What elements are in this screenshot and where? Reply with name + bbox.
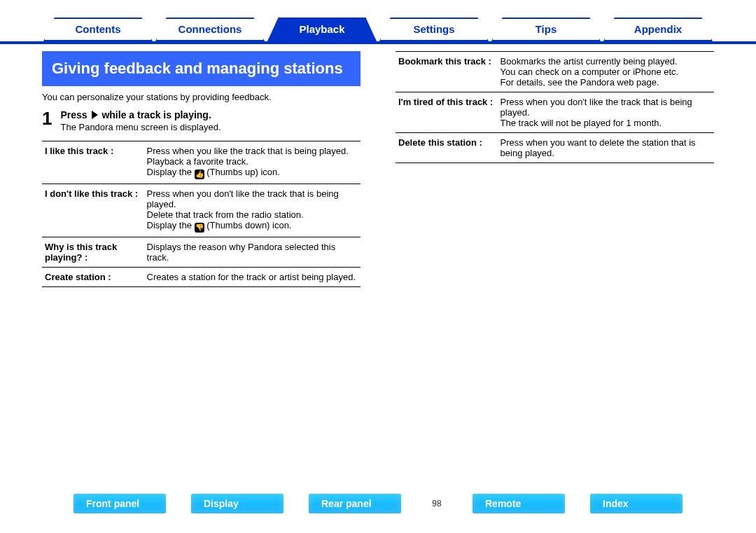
tab-label: Tips [491,18,601,41]
opt-label: Bookmark this track : [396,52,498,92]
table-row: Delete this station : Press when you wan… [396,133,714,163]
opt-label: I'm tired of this track : [396,92,498,133]
opt-label: Create station : [42,268,144,287]
top-nav: Contents Connections Playback Settings T… [0,0,756,44]
right-column: Bookmark this track : Bookmarks the arti… [396,51,714,287]
tab-label: Playback [267,18,377,41]
opt-desc-line: Press when you don't like the track that… [500,97,711,118]
opt-desc-line: Display the 👎 (Thumbs down) icon. [147,220,358,233]
opt-label: Delete this station : [396,133,498,163]
tab-playback[interactable]: Playback [267,18,377,41]
opt-label: Why is this track playing? : [42,237,144,268]
opt-desc-line: Display the 👍 (Thumbs up) icon. [147,167,358,179]
opt-desc-pre: Display the [147,167,195,177]
opt-desc-line: Delete that track from the radio station… [147,209,358,220]
step-number: 1 [42,109,52,127]
step-while: while a track is playing. [102,109,211,120]
bottom-link-front-panel[interactable]: Front panel [74,494,166,513]
opt-desc: Press when you don't like the track that… [498,92,714,133]
opt-desc-line: Playback a favorite track. [147,156,358,167]
opt-desc: Displays the reason why Pandora selected… [144,237,360,268]
bottom-link-remote[interactable]: Remote [472,494,565,513]
step-body: Press while a track is playing. The Pand… [60,109,220,132]
options-table-right: Bookmark this track : Bookmarks the arti… [396,51,714,163]
opt-desc: Bookmarks the artist currently being pla… [498,52,714,92]
step-subtext: The Pandora menu screen is displayed. [60,122,220,132]
opt-desc-line: Bookmarks the artist currently being pla… [500,56,711,67]
step-title: Press while a track is playing. [60,109,220,120]
tab-connections[interactable]: Connections [155,18,265,41]
tab-contents[interactable]: Contents [43,18,153,41]
bottom-link-display[interactable]: Display [191,494,284,513]
table-row: Bookmark this track : Bookmarks the arti… [396,52,714,92]
bottom-link-rear-panel[interactable]: Rear panel [309,494,401,513]
table-row: Why is this track playing? : Displays th… [42,237,360,268]
opt-desc-post: (Thumbs up) icon. [204,167,280,177]
step-press: Press [60,109,87,120]
opt-desc: Press when you want to delete the statio… [498,133,714,163]
tab-tips[interactable]: Tips [491,18,601,41]
thumbs-up-icon: 👍 [195,169,204,179]
tab-settings[interactable]: Settings [379,18,489,41]
table-row: I don't like this track : Press when you… [42,184,360,237]
page-number: 98 [426,499,447,508]
opt-desc: Creates a station for the track or artis… [144,268,360,287]
options-table-left: I like this track : Press when you like … [42,141,360,287]
tab-label: Appendix [603,18,713,41]
opt-desc-line: The track will not be played for 1 month… [500,118,711,128]
opt-label: I don't like this track : [42,184,144,237]
intro-text: You can personalize your stations by pro… [42,92,360,102]
opt-desc: Press when you like the track that is be… [144,141,360,184]
opt-desc-line: Press when you don't like the track that… [147,188,358,209]
opt-desc-line: You can check on a computer or iPhone et… [500,67,711,77]
opt-desc-pre: Display the [147,220,195,230]
tab-label: Connections [155,18,265,41]
opt-desc-line: Press when you like the track that is be… [147,146,358,156]
step-1: 1 Press while a track is playing. The Pa… [42,109,360,132]
opt-desc-post: (Thumbs down) icon. [204,220,292,230]
bottom-nav: Front panel Display Rear panel 98 Remote… [0,494,756,513]
opt-label: I like this track : [42,141,144,184]
left-column: Giving feedback and managing stations Yo… [42,51,360,287]
opt-desc-line: For details, see the Pandora web page. [500,77,711,88]
tab-label: Settings [379,18,489,41]
table-row: I like this track : Press when you like … [42,141,360,184]
opt-desc: Press when you don't like the track that… [144,184,360,237]
tab-appendix[interactable]: Appendix [603,18,713,41]
main-content: Giving feedback and managing stations Yo… [0,44,756,287]
table-row: I'm tired of this track : Press when you… [396,92,714,133]
section-heading: Giving feedback and managing stations [42,51,360,86]
play-triangle-icon [92,111,98,119]
table-row: Create station : Creates a station for t… [42,268,360,287]
tab-label: Contents [43,18,153,41]
thumbs-down-icon: 👎 [195,223,204,233]
bottom-link-index[interactable]: Index [590,494,682,513]
